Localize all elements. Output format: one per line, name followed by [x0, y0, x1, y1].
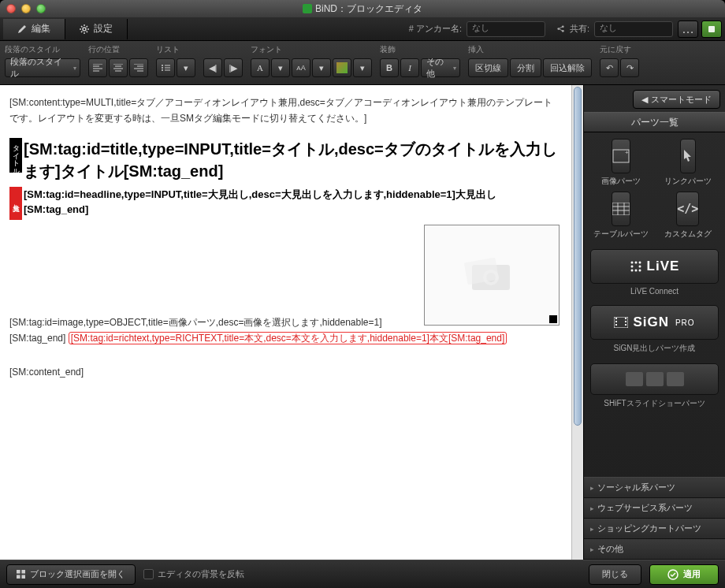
image-parts-button[interactable]: +: [612, 139, 630, 173]
headline-tag-text: [SM:tag:id=headline,type=INPUT,title=大見出…: [24, 187, 560, 218]
para-style-label: 段落のスタイル: [5, 44, 80, 55]
svg-point-6: [162, 67, 163, 69]
editor-scrollbar[interactable]: [571, 85, 583, 560]
image-placeholder[interactable]: [424, 225, 560, 326]
confirm-button[interactable]: [701, 20, 722, 38]
unknown-button[interactable]: …: [678, 20, 698, 38]
decor-other-select[interactable]: その他: [421, 58, 460, 77]
svg-rect-29: [17, 570, 20, 574]
anchor-field: # アンカー名: なし: [409, 21, 545, 37]
svg-point-15: [634, 262, 637, 264]
align-center-button[interactable]: [109, 58, 128, 77]
anchor-input[interactable]: なし: [467, 21, 545, 37]
anchor-label: # アンカー名:: [409, 23, 462, 35]
headline-badge: 大見出し: [9, 187, 22, 220]
align-right-button[interactable]: [129, 58, 148, 77]
link-parts-label: リンクパーツ: [664, 176, 712, 187]
checkbox-icon: [143, 569, 154, 579]
align-left-button[interactable]: [88, 58, 107, 77]
insert-split-button[interactable]: 分割: [510, 58, 541, 77]
list-dropdown-button[interactable]: ▾: [177, 58, 195, 77]
list-bullet-button[interactable]: [156, 58, 175, 77]
acc-social[interactable]: ソーシャル系パーツ: [584, 478, 725, 498]
svg-rect-27: [625, 321, 626, 322]
redo-button[interactable]: ↷: [620, 58, 639, 77]
table-parts-button[interactable]: [612, 192, 630, 226]
svg-text:+: +: [625, 149, 629, 156]
acc-cart[interactable]: ショッピングカートパーツ: [584, 519, 725, 539]
svg-point-20: [634, 270, 637, 272]
code-icon: </>: [677, 202, 698, 216]
check-circle-icon: [667, 569, 679, 580]
font-dropdown-button[interactable]: ▾: [271, 58, 290, 77]
svg-point-21: [638, 270, 641, 272]
table-icon: [612, 203, 630, 215]
smart-mode-button[interactable]: ◀ スマートモード: [633, 90, 720, 109]
font-label: フォント: [251, 44, 372, 55]
live-button[interactable]: LiVE: [590, 249, 719, 284]
sign-button[interactable]: SiGNPRO: [590, 305, 719, 340]
insert-clearfloat-button[interactable]: 回込解除: [543, 58, 592, 77]
svg-rect-28: [625, 324, 626, 326]
table-parts-label: テーブルパーツ: [593, 229, 649, 240]
svg-rect-4: [708, 26, 715, 32]
pencil-icon: [17, 24, 27, 34]
bottom-bar: ブロック選択画面を開く エディタの背景を反転 閉じる 適用: [0, 560, 725, 588]
shift-button[interactable]: [590, 363, 719, 395]
close-window-icon[interactable]: [6, 4, 16, 13]
font-color-button[interactable]: [333, 58, 351, 77]
custom-tag-button[interactable]: </>: [676, 192, 699, 226]
minimize-window-icon[interactable]: [21, 4, 31, 13]
film-icon: [614, 317, 628, 328]
svg-point-17: [630, 266, 633, 268]
content-desc: [SM:content:type=MULTI,title=タブ／アコーディオンレ…: [9, 95, 560, 127]
svg-rect-25: [615, 324, 617, 326]
sign-subtitle: SiGN見出しパーツ作成: [584, 343, 725, 354]
zoom-window-icon[interactable]: [36, 4, 46, 13]
acc-other[interactable]: その他: [584, 539, 725, 560]
title-tag-text: [SM:tag:id=title,type=INPUT,title=タイトル,d…: [24, 138, 560, 182]
align-center-icon: [113, 64, 123, 72]
svg-rect-32: [21, 575, 25, 579]
svg-point-5: [162, 65, 163, 66]
share-field: 共有: なし: [556, 21, 673, 37]
insert-label: 挿入: [468, 44, 592, 55]
svg-point-14: [630, 262, 633, 264]
svg-point-19: [630, 270, 633, 272]
window-title: BiND：ブロックエディタ: [0, 2, 725, 16]
acc-webservice[interactable]: ウェブサービス系パーツ: [584, 498, 725, 519]
svg-point-16: [638, 262, 641, 264]
fontcolor-dropdown-button[interactable]: ▾: [353, 58, 372, 77]
indent-button[interactable]: |▶: [224, 58, 243, 77]
fontsize-dropdown-button[interactable]: ▾: [312, 58, 331, 77]
link-parts-button[interactable]: [680, 139, 696, 173]
scrollbar-thumb[interactable]: [574, 87, 582, 426]
editor-area[interactable]: [SM:content:type=MULTI,title=タブ／アコーディオンレ…: [0, 85, 583, 560]
italic-button[interactable]: I: [400, 58, 419, 77]
book-icon: [707, 24, 716, 34]
live-icon: [630, 260, 642, 273]
close-button[interactable]: 閉じる: [589, 564, 641, 585]
shift-icon: [626, 372, 684, 386]
tab-settings[interactable]: 設定: [65, 19, 128, 39]
main-toolbar: 編集 設定 # アンカー名: なし 共有: なし …: [0, 17, 725, 41]
font-family-button[interactable]: A: [251, 58, 270, 77]
invert-bg-checkbox[interactable]: エディタの背景を反転: [143, 568, 244, 580]
outdent-button[interactable]: ◀|: [203, 58, 222, 77]
font-size-button[interactable]: AA: [292, 58, 310, 77]
bold-button[interactable]: B: [380, 58, 399, 77]
color-swatch-icon: [336, 62, 348, 73]
insert-hr-button[interactable]: 区切線: [468, 58, 508, 77]
undo-button[interactable]: ↶: [600, 58, 619, 77]
para-style-select[interactable]: 段落のスタイル: [5, 58, 80, 77]
richtext-highlighted: [SM:tag:id=richtext,type=RICHTEXT,title=…: [69, 332, 507, 344]
undo-label: 元に戻す: [600, 44, 639, 55]
tab-edit[interactable]: 編集: [3, 19, 65, 39]
back-button[interactable]: ブロック選択画面を開く: [6, 564, 136, 585]
share-input[interactable]: なし: [594, 21, 673, 37]
live-subtitle: LiVE Connect: [584, 287, 725, 296]
svg-rect-23: [615, 318, 617, 319]
apply-button[interactable]: 適用: [649, 564, 719, 585]
svg-rect-30: [21, 570, 25, 574]
share-icon: [556, 24, 565, 33]
